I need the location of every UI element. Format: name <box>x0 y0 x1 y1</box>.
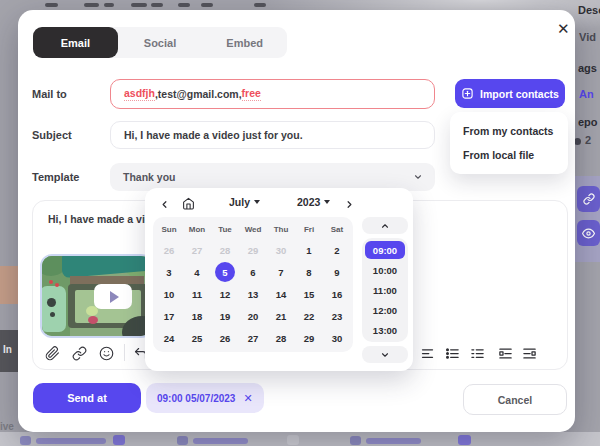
share-link-button[interactable] <box>577 186 600 212</box>
time-option[interactable]: 12:00 <box>365 301 405 319</box>
recipient-invalid-1: asdfjh <box>124 87 155 101</box>
calendar-day[interactable]: 7 <box>267 267 295 278</box>
calendar-day[interactable]: 8 <box>295 267 323 278</box>
bg-dot <box>574 138 581 145</box>
calendar-day[interactable]: 10 <box>155 289 183 300</box>
tab-embed[interactable]: Embed <box>202 27 287 58</box>
calendar-day-selected[interactable]: 5 <box>215 262 235 282</box>
align-left-icon[interactable] <box>418 344 436 362</box>
tab-social[interactable]: Social <box>118 27 203 58</box>
calendar-day[interactable]: 14 <box>267 289 295 300</box>
template-select[interactable]: Thank you <box>110 163 435 191</box>
bg-text-video: Vid <box>579 31 596 43</box>
calendar-day[interactable]: 25 <box>183 333 211 344</box>
year-dropdown[interactable]: 2023 <box>297 196 330 208</box>
bullet-list-icon[interactable] <box>443 344 461 362</box>
calendar-day[interactable]: 22 <box>295 311 323 322</box>
calendar-grid: SunMonTueWedThuFriSat2627282930123456789… <box>153 217 353 352</box>
cancel-button[interactable]: Cancel <box>463 384 567 415</box>
calendar-day[interactable]: 24 <box>155 333 183 344</box>
calendar-day[interactable]: 20 <box>239 311 267 322</box>
import-menu-item[interactable]: From local file <box>450 143 568 167</box>
calendar-day-header: Thu <box>274 225 289 234</box>
template-label: Template <box>32 171 79 183</box>
calendar-day[interactable]: 9 <box>323 267 351 278</box>
plus-square-icon <box>461 87 474 100</box>
time-option[interactable]: 13:00 <box>365 321 405 339</box>
chip-close-icon[interactable]: ✕ <box>243 392 252 405</box>
emoji-icon[interactable] <box>97 344 115 362</box>
time-scroll-up[interactable] <box>362 217 408 234</box>
mail-to-input[interactable]: asdfjh,test@gmail.com,free <box>110 79 435 109</box>
time-option[interactable]: 09:00 <box>365 241 405 259</box>
calendar-day[interactable]: 17 <box>155 311 183 322</box>
calendar-day[interactable]: 26 <box>211 333 239 344</box>
bg-bottom-row <box>0 432 600 446</box>
bg-bottom-item <box>287 435 299 445</box>
calendar-day[interactable]: 27 <box>239 333 267 344</box>
insert-link-icon[interactable] <box>70 344 88 362</box>
play-icon <box>110 291 119 303</box>
calendar-day[interactable]: 28 <box>211 245 239 256</box>
calendar-day[interactable]: 30 <box>323 333 351 344</box>
import-menu-item[interactable]: From my contacts <box>450 119 568 143</box>
calendar-day[interactable]: 28 <box>267 333 295 344</box>
calendar-day[interactable]: 21 <box>267 311 295 322</box>
schedule-chip-value: 09:00 05/07/2023 <box>157 393 235 404</box>
tab-email[interactable]: Email <box>33 27 118 58</box>
import-contacts-menu: From my contactsFrom local file <box>450 112 568 174</box>
next-month-icon[interactable] <box>341 196 357 212</box>
calendar-day[interactable]: 12 <box>211 289 239 300</box>
bg-bottom-item <box>20 436 31 445</box>
time-option[interactable]: 11:00 <box>365 281 405 299</box>
send-at-button[interactable]: Send at <box>33 383 141 413</box>
video-thumbnail <box>40 254 153 338</box>
calendar-day[interactable]: 27 <box>183 245 211 256</box>
calendar-day[interactable]: 13 <box>239 289 267 300</box>
calendar-day[interactable]: 26 <box>155 245 183 256</box>
calendar-day[interactable]: 3 <box>155 267 183 278</box>
subject-value: Hi, I have made a video just for you. <box>124 129 303 141</box>
subject-label: Subject <box>32 129 72 141</box>
month-dropdown[interactable]: July <box>229 196 260 208</box>
calendar-day[interactable]: 5 <box>211 262 239 282</box>
close-icon[interactable]: ✕ <box>557 20 570 38</box>
prev-month-icon[interactable] <box>156 196 172 212</box>
calendar-day-header: Sun <box>161 225 176 234</box>
calendar-day[interactable]: 6 <box>239 267 267 278</box>
calendar-day[interactable]: 18 <box>183 311 211 322</box>
calendar-day-header: Mon <box>189 225 205 234</box>
time-scroll-down[interactable] <box>362 346 408 363</box>
bg-text-count: 2 <box>585 134 591 146</box>
calendar-day[interactable]: 19 <box>211 311 239 322</box>
calendar-day[interactable]: 16 <box>323 289 351 300</box>
calendar-day[interactable]: 29 <box>239 245 267 256</box>
calendar-day[interactable]: 11 <box>183 289 211 300</box>
bg-text-tags: ags <box>578 62 597 74</box>
bg-bottom-item <box>366 438 421 444</box>
numbered-list-icon[interactable] <box>468 344 486 362</box>
import-contacts-button[interactable]: Import contacts <box>455 79 565 108</box>
bg-bottom-item <box>350 436 361 445</box>
outdent-icon[interactable] <box>496 344 514 362</box>
calendar-day[interactable]: 30 <box>267 245 295 256</box>
subject-input[interactable]: Hi, I have made a video just for you. <box>110 121 435 149</box>
calendar-day[interactable]: 1 <box>295 245 323 256</box>
preview-button[interactable] <box>577 220 600 246</box>
calendar-day[interactable]: 23 <box>323 311 351 322</box>
calendar-day[interactable]: 29 <box>295 333 323 344</box>
calendar-day[interactable]: 2 <box>323 245 351 256</box>
indent-icon[interactable] <box>520 344 538 362</box>
time-list: 09:0010:0011:0012:0013:00 <box>362 238 408 342</box>
import-contacts-label: Import contacts <box>480 88 559 100</box>
calendar-day[interactable]: 15 <box>295 289 323 300</box>
bg-left-image <box>0 266 18 304</box>
time-option[interactable]: 10:00 <box>365 261 405 279</box>
play-button[interactable] <box>94 284 132 309</box>
calendar-day[interactable]: 4 <box>183 267 211 278</box>
bg-dash <box>84 3 99 7</box>
schedule-chip: 09:00 05/07/2023 ✕ <box>146 383 264 413</box>
attach-icon[interactable] <box>43 344 61 362</box>
link-icon <box>583 193 595 205</box>
home-icon[interactable] <box>180 195 196 211</box>
